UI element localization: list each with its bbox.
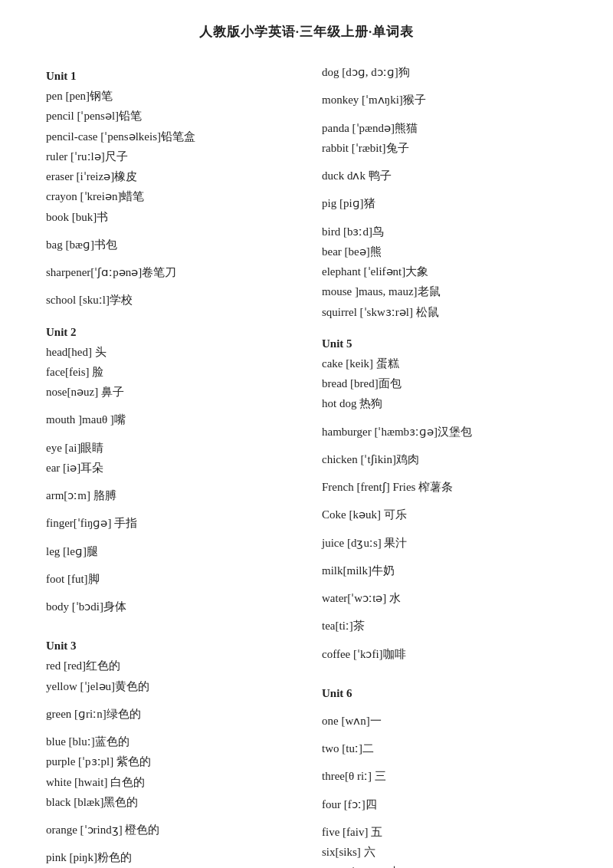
word-line: face[feis] 脸 <box>46 362 291 382</box>
word-line: leg [leɡ]腿 <box>46 541 291 561</box>
spacer <box>46 812 291 820</box>
spacer <box>322 787 567 794</box>
spacer <box>322 703 567 711</box>
spacer <box>46 282 291 290</box>
spacer <box>322 553 567 561</box>
spacer <box>46 589 291 597</box>
word-line: rabbit [ˈræbit]兔子 <box>322 138 567 158</box>
page-title: 人教版小学英语·三年级上册·单词表 <box>46 23 567 41</box>
word-line: duck dʌk 鸭子 <box>322 166 567 186</box>
spacer <box>46 227 291 235</box>
word-line: water[ˈwɔːtə] 水 <box>322 588 567 608</box>
word-line: mouth ]mauθ ]嘴 <box>46 409 291 429</box>
spacer <box>322 758 567 766</box>
word-line: six[siks] 六 <box>322 842 567 862</box>
spacer <box>322 214 567 222</box>
word-line: squirrel [ˈskwɜːrəl] 松鼠 <box>322 302 567 322</box>
content-wrapper: Unit 1pen [pen]钢笔pencil [ˈpensəl]铅笔penci… <box>46 62 567 868</box>
spacer <box>46 402 291 409</box>
spacer <box>46 430 291 438</box>
spacer <box>322 186 567 193</box>
spacer <box>46 624 291 632</box>
word-line: crayon [ˈkreiən]蜡笔 <box>46 186 291 206</box>
word-line: seven[ˈsevən] 七 <box>322 862 567 868</box>
spacer <box>322 580 567 588</box>
word-line: bird [bɜːd]鸟 <box>322 222 567 242</box>
word-line: cake [keik] 蛋糕 <box>322 353 567 373</box>
word-line: chicken [ˈtʃikin]鸡肉 <box>322 449 567 469</box>
word-line: arm[ɔːm] 胳膊 <box>46 485 291 505</box>
word-line: five [faiv] 五 <box>322 822 567 842</box>
spacer <box>46 478 291 485</box>
unit-title: Unit 5 <box>322 337 567 350</box>
word-line: body [ˈbɔdi]身体 <box>46 597 291 616</box>
spacer <box>46 505 291 513</box>
spacer <box>46 255 291 262</box>
word-line: pink [piŋk]粉色的 <box>46 847 291 867</box>
word-line: elephant [ˈelifənt]大象 <box>322 261 567 281</box>
word-line: bread [bred]面包 <box>322 373 567 393</box>
spacer <box>46 534 291 541</box>
word-line: monkey [ˈmʌŋki]猴子 <box>322 90 567 110</box>
word-line: coffee [ˈkɔfi]咖啡 <box>322 644 567 664</box>
word-line: ruler [ˈruːlə]尺子 <box>46 146 291 166</box>
word-line: eraser [iˈreizə]橡皮 <box>46 166 291 186</box>
word-line: red [red]红色的 <box>46 656 291 676</box>
word-line: book [buk]书 <box>46 207 291 227</box>
word-line: French [frentʃ] Fries 榨薯条 <box>322 477 567 497</box>
word-line: pen [pen]钢笔 <box>46 86 291 106</box>
word-line: yellow [ˈjeləu]黄色的 <box>46 676 291 696</box>
word-line: orange [ˈɔrindʒ] 橙色的 <box>46 820 291 840</box>
word-line: black [blæk]黑色的 <box>46 792 291 812</box>
word-line: bag [bæɡ]书包 <box>46 235 291 255</box>
word-line: school [skuːl]学校 <box>46 290 291 310</box>
spacer <box>322 814 567 822</box>
spacer <box>322 82 567 90</box>
word-line: blue [bluː]蓝色的 <box>46 732 291 751</box>
word-line: mouse ]maus, mauz]老鼠 <box>322 281 567 301</box>
left-column: Unit 1pen [pen]钢笔pencil [ˈpensəl]铅笔penci… <box>46 62 306 868</box>
spacer <box>46 561 291 569</box>
word-line: dog [dɔɡ, dɔːɡ]狗 <box>322 62 567 82</box>
spacer <box>46 696 291 704</box>
word-line: white [hwait] 白色的 <box>46 772 291 792</box>
word-line: pencil [ˈpensəl]铅笔 <box>46 106 291 126</box>
spacer <box>46 616 291 624</box>
word-line: hot dog 热狗 <box>322 393 567 413</box>
word-line: juice [dʒuːs] 果汁 <box>322 533 567 553</box>
spacer <box>322 469 567 477</box>
word-line: one [wʌn]一 <box>322 711 567 731</box>
word-line: two [tuː]二 <box>322 738 567 758</box>
unit-title: Unit 3 <box>46 639 291 653</box>
word-line: nose[nəuz] 鼻子 <box>46 382 291 402</box>
spacer <box>322 442 567 449</box>
right-column: dog [dɔɡ, dɔːɡ]狗monkey [ˈmʌŋki]猴子panda [… <box>306 62 567 868</box>
word-line: foot [fut]脚 <box>46 569 291 589</box>
spacer <box>322 414 567 422</box>
spacer <box>322 731 567 738</box>
word-line: hamburger [ˈhæmbɜːɡə]汉堡包 <box>322 422 567 442</box>
word-line: finger[ˈfiŋɡə] 手指 <box>46 513 291 533</box>
word-line: Coke [kəuk] 可乐 <box>322 505 567 524</box>
word-line: eye [ai]眼睛 <box>46 438 291 458</box>
word-line: purple [ˈpɜːpl] 紫色的 <box>46 751 291 771</box>
unit-title: Unit 2 <box>46 326 291 339</box>
word-line: four [fɔː]四 <box>322 794 567 814</box>
word-line: head[hed] 头 <box>46 342 291 362</box>
spacer <box>322 672 567 679</box>
spacer <box>322 608 567 616</box>
word-line: bear [beə]熊 <box>322 242 567 261</box>
word-line: three[θ riː] 三 <box>322 766 567 786</box>
unit-title: Unit 6 <box>322 687 567 700</box>
spacer <box>322 525 567 533</box>
word-line: green [ɡriːn]绿色的 <box>46 704 291 724</box>
word-line: milk[milk]牛奶 <box>322 561 567 580</box>
spacer <box>322 322 567 330</box>
spacer <box>322 158 567 166</box>
spacer <box>46 840 291 847</box>
word-line: panda [ˈpændə]熊猫 <box>322 118 567 138</box>
unit-title: Unit 1 <box>46 70 291 83</box>
spacer <box>46 724 291 732</box>
word-line: pencil-case [ˈpensəlkeis]铅笔盒 <box>46 127 291 146</box>
spacer <box>46 311 291 318</box>
